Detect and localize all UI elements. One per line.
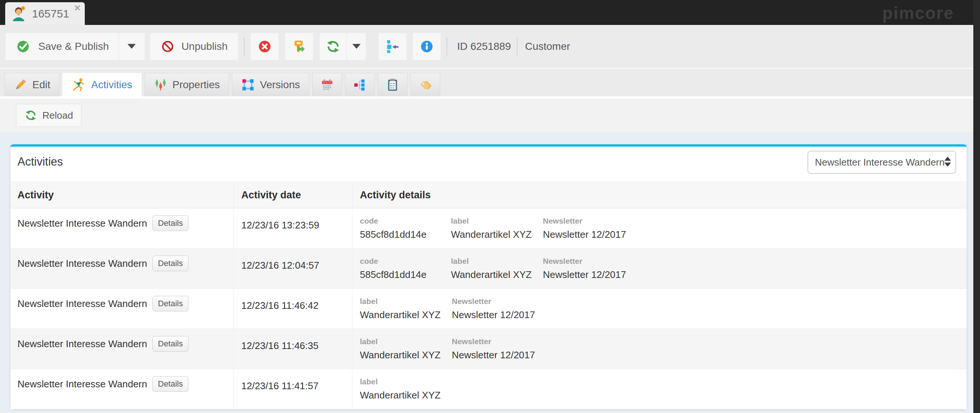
toolbar-divider [517, 38, 517, 56]
scrollbar[interactable] [973, 0, 980, 413]
panel-title: Activities [18, 155, 63, 169]
pimcore-logo: pimcore [882, 3, 954, 23]
caret-down-icon [352, 44, 361, 49]
refresh-options-button[interactable] [347, 33, 366, 60]
object-id-label: ID 6251889 [457, 41, 511, 53]
unpublish-label: Unpublish [181, 41, 228, 53]
document-tab-165751[interactable]: 165751 ✕ [5, 2, 85, 25]
details-button[interactable]: Details [153, 336, 188, 352]
tab-edit-label: Edit [32, 79, 50, 91]
rename-key-button[interactable] [285, 33, 313, 60]
activities-panel-header: Activities Newsletter Interesse Wandern [10, 147, 967, 182]
column-header-activity[interactable]: Activity [10, 182, 234, 208]
table-header-row: Activity Activity date Activity details [10, 182, 967, 208]
activity-name: Newsletter Interesse Wandern [18, 258, 147, 269]
toolbar-divider [244, 38, 245, 56]
save-publish-button[interactable]: Save & Publish [6, 33, 119, 60]
tab-activities[interactable]: Activities [62, 73, 141, 96]
tab-activities-label: Activities [91, 79, 132, 91]
details-button[interactable]: Details [153, 215, 188, 231]
object-tab-strip: Edit Activities [0, 69, 980, 96]
hierarchy-icon [353, 78, 367, 91]
tab-tags[interactable] [410, 73, 440, 96]
detail-field: Newsletter Newsletter 12/2017 [452, 297, 546, 328]
tab-edit[interactable]: Edit [5, 73, 59, 96]
activities-panel: Activities Newsletter Interesse Wandern … [10, 144, 967, 409]
detail-field: code 585cf8d1dd14e [360, 257, 451, 289]
unpublish-button[interactable]: Unpublish [150, 33, 238, 60]
refresh-icon [326, 39, 340, 54]
details-button[interactable]: Details [153, 256, 188, 271]
detail-field: Newsletter Newsletter 12/2017 [452, 337, 546, 369]
detail-field: label Wanderartikel XYZ [360, 297, 452, 328]
properties-icon [154, 78, 167, 91]
activity-name: Newsletter Interesse Wandern [18, 218, 147, 229]
reload-label: Reload [42, 110, 73, 121]
table-row: Newsletter Interesse Wandern Details 12/… [10, 369, 967, 409]
detail-field: label Wanderartikel XYZ [360, 337, 452, 369]
seal-check-icon [15, 39, 31, 54]
reload-icon [24, 109, 37, 122]
close-icon[interactable]: ✕ [73, 3, 81, 13]
customer-avatar-icon [10, 5, 27, 22]
activities-toolbar: Reload [0, 99, 980, 132]
reload-group [320, 33, 366, 60]
reload-button[interactable]: Reload [16, 104, 81, 127]
save-publish-group: Save & Publish [6, 33, 145, 60]
detail-field: label Wanderartikel XYZ [451, 217, 543, 248]
content-area: Activities Newsletter Interesse Wandern … [0, 132, 980, 413]
activity-date: 12/23/16 11:41:57 [241, 380, 352, 392]
details-button[interactable]: Details [153, 296, 188, 311]
pencil-icon [14, 78, 27, 91]
object-type-label: Customer [525, 41, 570, 53]
save-options-button[interactable] [119, 33, 145, 60]
activity-name: Newsletter Interesse Wandern [18, 378, 147, 390]
detail-field: code 585cf8d1dd14e [360, 217, 451, 248]
calendar-icon [320, 78, 334, 91]
info-icon [420, 40, 434, 54]
tab-versions-label: Versions [260, 79, 300, 91]
top-bar: 165751 ✕ pimcore [0, 0, 980, 25]
detail-field: Newsletter Newsletter 12/2017 [543, 217, 637, 248]
runner-icon [72, 78, 86, 92]
detail-field: label Wanderartikel XYZ [451, 257, 543, 289]
tab-properties-label: Properties [172, 79, 220, 91]
caret-down-icon [127, 44, 136, 49]
pimcore-app: 165751 ✕ pimcore [0, 0, 980, 413]
activity-name: Newsletter Interesse Wandern [18, 298, 147, 309]
document-tab-label: 165751 [32, 8, 69, 20]
tab-notes[interactable] [378, 73, 407, 96]
detail-field: label Wanderartikel XYZ [360, 377, 452, 409]
activity-date: 12/23/16 11:46:42 [241, 300, 352, 311]
no-entry-icon [161, 40, 175, 54]
object-toolbar: Save & Publish Unpublish [0, 25, 980, 68]
info-button[interactable] [413, 33, 441, 60]
versions-icon [241, 78, 255, 91]
table-row: Newsletter Interesse Wandern Details 12/… [10, 249, 967, 289]
tab-properties[interactable]: Properties [145, 73, 229, 96]
activity-date: 12/23/16 13:23:59 [241, 220, 352, 231]
activity-date: 12/23/16 12:04:57 [241, 260, 352, 271]
refresh-button[interactable] [320, 33, 347, 60]
delete-button[interactable] [251, 33, 278, 60]
table-row: Newsletter Interesse Wandern Details 12/… [10, 289, 967, 329]
select-arrows-icon [944, 157, 951, 167]
locate-in-tree-button[interactable] [379, 33, 406, 60]
locate-in-tree-icon [385, 39, 400, 54]
key-icon [292, 39, 307, 54]
detail-field: Newsletter Newsletter 12/2017 [543, 257, 637, 289]
delete-icon [258, 40, 272, 54]
activity-filter-select[interactable]: Newsletter Interesse Wandern [808, 151, 956, 174]
toolbar-divider [447, 38, 447, 56]
activity-date: 12/23/16 11:46:35 [241, 340, 352, 352]
tab-versions[interactable]: Versions [232, 73, 309, 96]
column-header-activity-details[interactable]: Activity details [352, 182, 967, 208]
save-publish-label: Save & Publish [38, 41, 109, 53]
details-button[interactable]: Details [153, 376, 188, 392]
tab-dependencies[interactable] [345, 73, 375, 96]
clipboard-icon [386, 78, 399, 91]
tab-schedule[interactable] [312, 73, 342, 96]
column-header-activity-date[interactable]: Activity date [234, 182, 352, 208]
table-row: Newsletter Interesse Wandern Details 12/… [10, 208, 967, 249]
activity-filter-value: Newsletter Interesse Wandern [815, 157, 945, 168]
